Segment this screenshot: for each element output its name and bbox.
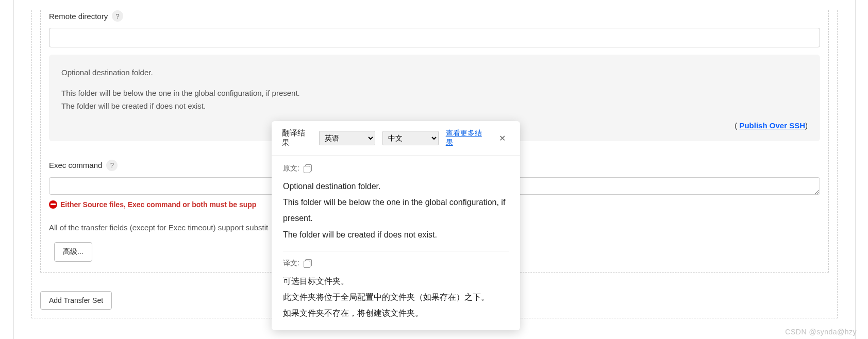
remote-directory-input[interactable] xyxy=(49,28,820,47)
close-icon[interactable]: ✕ xyxy=(495,131,510,145)
translate-divider xyxy=(283,251,509,251)
translated-text: 可选目标文件夹。 此文件夹将位于全局配置中的文件夹（如果存在）之下。 如果文件夹… xyxy=(283,273,509,321)
help-link-suffix: ) xyxy=(805,121,808,130)
publish-over-ssh-link[interactable]: Publish Over SSH xyxy=(739,121,805,130)
remote-directory-label-row: Remote directory ? xyxy=(49,10,820,22)
translated-text-2: 此文件夹将位于全局配置中的文件夹（如果存在）之下。 xyxy=(283,289,509,305)
help-text-line2: This folder will be below the one in the… xyxy=(61,87,808,100)
copy-icon[interactable] xyxy=(304,164,312,173)
translated-label-row: 译文: xyxy=(283,259,509,268)
original-text-2: This folder will be below the one in the… xyxy=(283,194,509,226)
exec-command-label: Exec command xyxy=(49,161,102,170)
help-icon[interactable]: ? xyxy=(112,10,123,22)
help-text: Optional destination folder. This folder… xyxy=(61,66,808,113)
translated-label: 译文: xyxy=(283,259,299,268)
translate-from-select[interactable]: 英语 xyxy=(319,131,375,145)
translated-text-3: 如果文件夹不存在，将创建该文件夹。 xyxy=(283,305,509,321)
translate-to-select[interactable]: 中文 xyxy=(382,131,439,145)
copy-icon[interactable] xyxy=(304,259,312,267)
add-transfer-set-button[interactable]: Add Transfer Set xyxy=(40,291,112,310)
original-label-row: 原文: xyxy=(283,164,509,173)
translate-title: 翻译结果 xyxy=(282,128,312,148)
translate-more-link[interactable]: 查看更多结果 xyxy=(446,129,488,147)
original-label: 原文: xyxy=(283,164,299,173)
error-icon xyxy=(49,200,57,209)
original-text-3: The folder will be created if does not e… xyxy=(283,227,509,243)
original-text-1: Optional destination folder. xyxy=(283,178,509,194)
translate-header: 翻译结果 英语 中文 查看更多结果 ✕ xyxy=(272,121,520,156)
watermark: CSDN @synda@hzy xyxy=(785,328,857,336)
advanced-button[interactable]: 高级... xyxy=(54,242,92,262)
original-text: Optional destination folder. This folder… xyxy=(283,178,509,243)
remote-directory-label: Remote directory xyxy=(49,12,108,21)
translate-body: 原文: Optional destination folder. This fo… xyxy=(272,156,520,330)
help-icon[interactable]: ? xyxy=(106,160,118,171)
error-text: Either Source files, Exec command or bot… xyxy=(60,200,256,209)
help-text-line1: Optional destination folder. xyxy=(61,66,808,79)
translate-popup: 翻译结果 英语 中文 查看更多结果 ✕ 原文: Optional destina… xyxy=(272,121,520,330)
help-text-line3: The folder will be created if does not e… xyxy=(61,99,808,113)
translated-text-1: 可选目标文件夹。 xyxy=(283,273,509,289)
